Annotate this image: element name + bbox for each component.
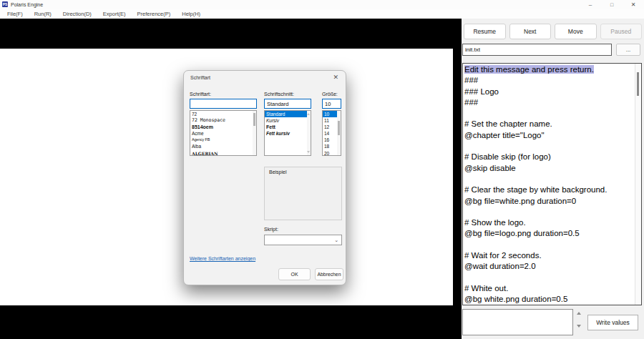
editor-scrollbar[interactable] — [635, 64, 641, 305]
editor-line[interactable]: ### — [464, 75, 635, 86]
cancel-button[interactable]: Abbrechen — [315, 268, 343, 280]
ok-button[interactable]: OK — [278, 268, 311, 280]
app-icon: PS — [2, 1, 8, 7]
editor-scrollbar-thumb[interactable] — [637, 72, 639, 96]
menu-run[interactable]: Run(R) — [29, 9, 57, 19]
editor-line[interactable]: @skip disable — [464, 163, 635, 174]
editor-line[interactable]: # White out. — [464, 283, 635, 294]
minimize-icon[interactable]: – — [580, 0, 601, 9]
window-controls: – □ ✕ — [580, 0, 644, 9]
font-list-scrollbar[interactable] — [253, 111, 256, 155]
close-icon[interactable]: ✕ — [623, 0, 644, 9]
editor-line[interactable]: @wait duration=2.0 — [464, 261, 635, 272]
chevron-down-icon: ⌄ — [334, 237, 338, 243]
list-item[interactable]: 72 Monospace — [190, 117, 256, 124]
variables-textarea[interactable] — [462, 309, 573, 335]
size-list-scrollbar-thumb[interactable] — [338, 121, 340, 135]
font-name-field[interactable] — [190, 99, 257, 109]
menu-direction[interactable]: Direction(D) — [57, 9, 97, 19]
spinner-up-icon[interactable] — [577, 312, 581, 315]
style-scroll-down-icon[interactable] — [307, 151, 310, 153]
app-window: PS Polaris Engine – □ ✕ File(F) Run(R) D… — [0, 0, 644, 339]
editor-line[interactable]: @bg file=white.png duration=0 — [464, 196, 635, 207]
sample-label: Beispiel — [269, 170, 287, 175]
list-item[interactable]: Agency FB — [190, 137, 256, 143]
list-item[interactable]: 8514oem — [190, 124, 256, 130]
editor-line[interactable]: # Set the chapter name. — [464, 119, 635, 129]
script-file-input[interactable] — [462, 44, 612, 56]
list-item[interactable]: Standard — [265, 111, 311, 117]
editor-line[interactable]: @chapter title="Logo" — [464, 130, 635, 141]
title-bar: PS Polaris Engine – □ ✕ — [0, 0, 644, 9]
style-scroll-up-icon[interactable] — [307, 113, 310, 115]
next-button[interactable]: Next — [509, 24, 552, 39]
playback-controls: Resume Next Move Paused — [464, 24, 642, 39]
editor-line[interactable]: @bg file=logo.png duration=0.5 — [464, 228, 635, 239]
font-style-list[interactable]: StandardKursivFettFett kursiv — [264, 110, 311, 156]
style-list-scrollbar[interactable] — [307, 111, 311, 155]
editor-line[interactable]: ### Logo — [464, 87, 635, 97]
list-item[interactable]: ALGERIAN — [190, 150, 256, 156]
maximize-icon[interactable]: □ — [601, 0, 623, 9]
editor-line[interactable]: ### — [464, 97, 635, 108]
more-fonts-link[interactable]: Weitere Schriftarten anzeigen — [190, 256, 255, 261]
editor-line[interactable] — [464, 141, 635, 152]
list-item[interactable]: Acme — [190, 130, 256, 137]
script-label: Skript: — [264, 227, 278, 232]
menu-bar: File(F) Run(R) Direction(D) Export(E) Pr… — [0, 9, 644, 19]
list-item[interactable]: 72 — [190, 111, 256, 117]
editor-line[interactable]: Edit this message and press return. — [464, 64, 635, 75]
font-dialog: Schriftart ✕ Schriftart: Schriftschnitt:… — [183, 70, 346, 285]
menu-export[interactable]: Export(E) — [97, 9, 132, 19]
editor-line[interactable] — [464, 240, 635, 250]
script-editor-lines: Edit this message and press return.#####… — [463, 64, 635, 305]
editor-line[interactable] — [464, 207, 635, 217]
script-combobox[interactable]: ⌄ — [264, 235, 342, 245]
editor-line[interactable]: # Wait for 2 seconds. — [464, 250, 635, 261]
control-panel: Resume Next Move Paused ... Edit this me… — [462, 19, 644, 339]
editor-line[interactable] — [464, 174, 635, 185]
font-name-list[interactable]: 7272 Monospace8514oemAcmeAgency FBAlbaAL… — [190, 110, 257, 156]
editor-line[interactable]: # Disable skip (for logo) — [464, 152, 635, 162]
spinner-down-icon[interactable] — [577, 325, 581, 328]
font-style-field[interactable] — [264, 99, 311, 109]
paused-button: Paused — [600, 24, 643, 39]
size-list-scrollbar[interactable] — [337, 111, 341, 155]
editor-line[interactable] — [464, 108, 635, 119]
editor-line[interactable]: @bg white.png duration=0.5 — [464, 294, 635, 305]
editor-line[interactable] — [464, 272, 635, 283]
sample-group: Beispiel — [264, 167, 342, 220]
menu-help[interactable]: Help(H) — [176, 9, 206, 19]
write-values-button[interactable]: Write values — [587, 315, 638, 330]
menu-preference[interactable]: Preference(P) — [132, 9, 177, 19]
resume-button[interactable]: Resume — [464, 24, 506, 39]
font-style-label: Schriftschnitt: — [264, 92, 294, 97]
script-editor[interactable]: Edit this message and press return.#####… — [462, 63, 642, 305]
editor-line[interactable]: # Show the logo. — [464, 217, 635, 228]
list-item[interactable]: Kursiv — [265, 117, 311, 124]
list-item[interactable]: Fett kursiv — [265, 130, 311, 137]
font-list-scrollbar-thumb[interactable] — [253, 113, 255, 126]
browse-button[interactable]: ... — [616, 44, 640, 56]
dialog-close-icon[interactable]: ✕ — [333, 74, 338, 81]
app-title: Polaris Engine — [11, 2, 43, 7]
font-size-label: Größe: — [322, 92, 338, 97]
move-button[interactable]: Move — [555, 24, 597, 39]
font-dialog-title: Schriftart — [190, 75, 210, 80]
menu-file[interactable]: File(F) — [1, 9, 29, 19]
font-name-label: Schriftart: — [190, 92, 211, 97]
font-size-field[interactable] — [322, 99, 341, 109]
list-item[interactable]: Fett — [265, 124, 311, 130]
list-item[interactable]: Alba — [190, 143, 256, 149]
editor-line[interactable]: # Clear the stage by white background. — [464, 185, 635, 195]
font-size-list[interactable]: 10111214161820 — [322, 110, 341, 156]
